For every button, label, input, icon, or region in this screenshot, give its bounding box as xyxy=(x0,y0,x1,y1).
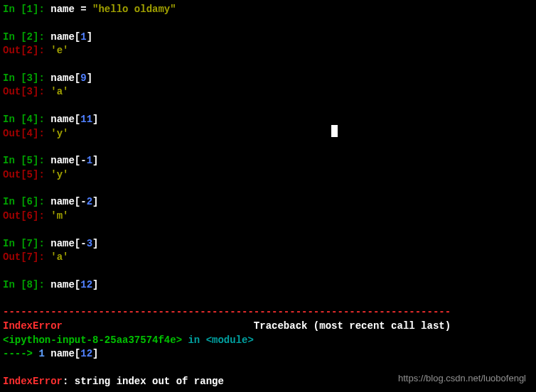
code-text: ] xyxy=(92,238,98,249)
module-ref: <module> xyxy=(206,334,254,346)
error-separator: ----------------------------------------… xyxy=(3,305,533,320)
input-line: In [6]: name[-2] xyxy=(3,195,533,209)
code-text: name[ xyxy=(50,72,80,84)
code-text: name[ xyxy=(45,348,80,359)
out-prompt: Out[ xyxy=(3,128,27,139)
blank-line xyxy=(3,182,533,195)
traceback-code-line: ----> 1 name[12] xyxy=(3,347,533,361)
code-text: name[- xyxy=(50,196,86,207)
output-value: 'e' xyxy=(50,45,68,56)
out-prompt: ]: xyxy=(33,169,50,180)
output-line: Out[4]: 'y' xyxy=(3,127,533,141)
in-prompt: In [ xyxy=(3,114,27,125)
in-prompt-number: 8 xyxy=(27,279,33,290)
blank-line xyxy=(3,17,533,31)
out-prompt: Out[ xyxy=(3,45,27,56)
index-number: 9 xyxy=(80,72,86,84)
out-prompt: Out[ xyxy=(3,251,27,263)
code-text: name[ xyxy=(50,279,80,290)
output-line: Out[2]: 'e' xyxy=(3,44,533,58)
input-line: In [5]: name[-1] xyxy=(3,154,533,168)
input-line: In [8]: name[12] xyxy=(3,278,533,293)
in-prompt: ]: xyxy=(33,279,50,290)
index-number: 2 xyxy=(87,196,92,207)
in-prompt: ]: xyxy=(33,114,50,125)
out-prompt-number: 5 xyxy=(27,169,33,180)
in-prompt: ]: xyxy=(33,4,50,15)
error-message: : string index out of range xyxy=(63,376,224,387)
line-number: 1 xyxy=(38,348,44,359)
input-line: In [3]: name[9] xyxy=(3,72,533,86)
code-text: name[ xyxy=(50,31,80,43)
code-text: ] xyxy=(92,279,98,290)
in-prompt: In [ xyxy=(3,31,27,43)
in-prompt-number: 2 xyxy=(27,31,33,43)
out-prompt-number: 3 xyxy=(27,86,33,97)
spacer xyxy=(63,320,254,332)
output-value: 'y' xyxy=(50,169,68,180)
in-prompt: ]: xyxy=(33,31,50,43)
input-line: In [2]: name[1] xyxy=(3,31,533,45)
in-prompt: In [ xyxy=(3,72,27,84)
index-number: 3 xyxy=(87,238,92,249)
out-prompt-number: 2 xyxy=(27,45,33,56)
in-prompt-number: 4 xyxy=(27,114,33,125)
error-name: IndexError xyxy=(3,320,63,332)
ipython-terminal[interactable]: In [1]: name = "hello oldamy"In [2]: nam… xyxy=(3,3,533,388)
out-prompt-number: 7 xyxy=(27,251,33,263)
out-prompt-number: 4 xyxy=(27,128,33,139)
in-prompt: In [ xyxy=(3,155,27,166)
output-line: Out[3]: 'a' xyxy=(3,85,533,99)
code-text: name = xyxy=(50,4,92,15)
index-number: 1 xyxy=(80,31,86,43)
in-prompt: In [ xyxy=(3,238,27,249)
out-prompt: ]: xyxy=(33,251,50,263)
out-prompt: Out[ xyxy=(3,86,27,97)
in-prompt: In [ xyxy=(3,196,27,207)
in-prompt: In [ xyxy=(3,4,27,15)
arrow-indicator: ----> xyxy=(3,348,38,359)
in-keyword: in xyxy=(182,334,206,346)
out-prompt: ]: xyxy=(33,45,50,56)
code-text: name[- xyxy=(50,155,86,166)
in-prompt: ]: xyxy=(33,72,50,84)
text-cursor xyxy=(331,125,338,137)
in-prompt: ]: xyxy=(33,196,50,207)
dash-line: ----------------------------------------… xyxy=(3,306,451,317)
traceback-location: <ipython-input-8-25aa37574f4e> in <modul… xyxy=(3,334,533,348)
out-prompt: ]: xyxy=(33,86,50,97)
in-prompt-number: 5 xyxy=(27,155,33,166)
output-value: 'a' xyxy=(50,86,68,97)
in-prompt-number: 3 xyxy=(27,72,33,84)
in-prompt: In [ xyxy=(3,279,27,290)
string-literal: "hello oldamy" xyxy=(92,4,176,15)
index-number: 12 xyxy=(80,348,92,359)
out-prompt: Out[ xyxy=(3,210,27,222)
ipython-input-ref: <ipython-input-8-25aa37574f4e> xyxy=(3,334,182,346)
code-text: ] xyxy=(92,348,98,359)
index-number: 1 xyxy=(87,155,92,166)
traceback-header: IndexError Traceback (most recent call l… xyxy=(3,320,533,334)
output-line: Out[7]: 'a' xyxy=(3,251,533,265)
out-prompt-number: 6 xyxy=(27,210,33,222)
code-text: name[ xyxy=(50,114,80,125)
traceback-label: Traceback (most recent call last) xyxy=(254,320,451,332)
error-name: IndexError xyxy=(3,376,63,387)
code-text: ] xyxy=(92,114,98,125)
blank-line xyxy=(3,141,533,154)
watermark-text: https://blog.csdn.net/luobofengl xyxy=(398,372,526,385)
blank-line xyxy=(3,99,533,113)
out-prompt: ]: xyxy=(33,128,50,139)
blank-line xyxy=(3,224,533,237)
code-text: ] xyxy=(92,155,98,166)
input-line: In [4]: name[11] xyxy=(3,113,533,127)
code-text: ] xyxy=(87,72,92,84)
in-prompt: ]: xyxy=(33,238,50,249)
index-number: 12 xyxy=(80,279,92,290)
index-number: 11 xyxy=(80,114,92,125)
output-line: Out[6]: 'm' xyxy=(3,209,533,224)
blank-line xyxy=(3,265,533,278)
output-value: 'a' xyxy=(50,251,68,263)
input-line: In [7]: name[-3] xyxy=(3,237,533,251)
blank-line xyxy=(3,292,533,305)
